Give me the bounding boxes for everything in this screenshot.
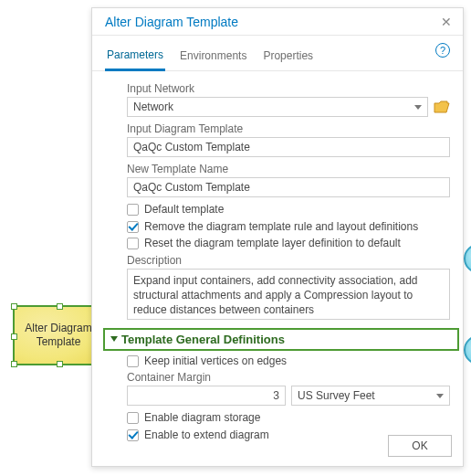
default-template-checkbox[interactable] [127,204,139,216]
enable-storage-label: Enable diagram storage [144,411,260,426]
new-template-name-label: New Template Name [127,163,450,175]
close-icon[interactable]: ✕ [437,13,455,31]
remove-definitions-label: Remove the diagram template rule and lay… [144,220,418,235]
container-margin-label: Container Margin [127,371,450,384]
resize-handle[interactable] [57,303,63,310]
node-alter-diagram-template[interactable]: Alter Diagram Template [13,305,104,365]
parameters-form: Input Network Network Input Diagram Temp… [92,71,463,455]
resize-handle[interactable] [11,303,17,310]
description-label: Description [127,254,450,267]
dialog-title: Alter Diagram Template [105,15,437,29]
resize-handle[interactable] [57,361,63,367]
remove-definitions-checkbox[interactable] [127,221,139,233]
input-network-select[interactable]: Network [127,97,428,117]
section-header-label: Template General Definitions [121,333,285,346]
new-template-name-field[interactable] [127,177,450,197]
enable-extend-checkbox[interactable] [127,429,139,441]
description-field[interactable] [127,269,450,320]
resize-handle[interactable] [11,333,17,340]
container-margin-field[interactable] [127,386,286,406]
chevron-down-icon [414,105,422,110]
section-template-general-definitions[interactable]: Template General Definitions [103,328,459,351]
keep-vertices-label: Keep initial vertices on edges [144,354,287,369]
tab-bar: Parameters Environments Properties ? [92,36,463,71]
input-network-value: Network [133,100,173,113]
default-template-label: Default template [144,203,224,217]
input-diagram-template-label: Input Diagram Template [127,122,450,135]
folder-icon[interactable] [434,100,450,113]
tab-environments[interactable]: Environments [178,46,248,69]
dialog-header: Alter Diagram Template ✕ [92,8,463,36]
reset-layer-label: Reset the diagram template layer definit… [144,237,401,251]
input-network-label: Input Network [127,82,450,95]
tab-properties[interactable]: Properties [261,46,315,69]
dialog-alter-diagram-template: Alter Diagram Template ✕ Parameters Envi… [91,7,464,467]
enable-extend-label: Enable to extend diagram [144,428,269,443]
chevron-down-icon [110,336,118,342]
container-margin-unit-value: US Survey Feet [298,389,375,402]
tab-parameters[interactable]: Parameters [105,45,165,71]
enable-storage-checkbox[interactable] [127,412,139,424]
chevron-down-icon [436,394,444,398]
reset-layer-checkbox[interactable] [127,238,139,249]
dialog-footer: OK [388,435,452,457]
keep-vertices-checkbox[interactable] [127,355,139,367]
ok-button[interactable]: OK [388,435,452,457]
input-diagram-template-field[interactable] [127,137,450,157]
resize-handle[interactable] [11,361,17,367]
node-label: Alter Diagram Template [18,322,99,349]
container-margin-unit-select[interactable]: US Survey Feet [291,386,450,406]
help-icon[interactable]: ? [435,43,450,58]
